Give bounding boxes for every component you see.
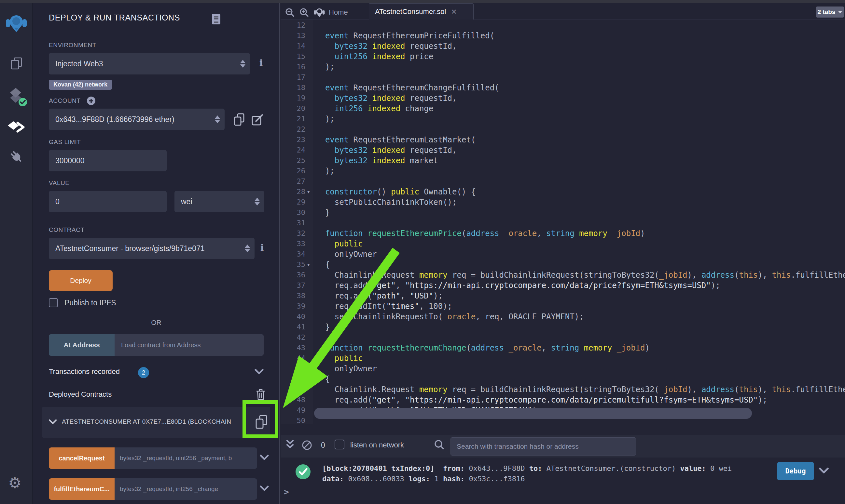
code-line: 24 bytes32 indexed requestId, bbox=[280, 145, 845, 156]
code-line: 47 Chainlink.Request memory req = buildC… bbox=[280, 384, 845, 395]
code-line: 29 setPublicChainlinkToken(); bbox=[280, 197, 845, 208]
deployed-contract-chevron-down-icon[interactable] bbox=[49, 419, 57, 425]
solidity-compiler-icon[interactable] bbox=[9, 88, 27, 107]
gas-limit-input[interactable] bbox=[49, 150, 167, 172]
gas-limit-label: GAS LIMIT bbox=[49, 139, 81, 146]
select-stepper-icon bbox=[215, 115, 220, 123]
code-line: 33 public bbox=[280, 239, 845, 249]
or-divider: OR bbox=[49, 319, 264, 326]
file-explorer-icon[interactable] bbox=[11, 57, 23, 70]
remix-logo bbox=[5, 13, 27, 33]
zoom-out-icon[interactable] bbox=[285, 8, 295, 18]
code-line: 22 bbox=[280, 124, 845, 134]
horizontal-scrollbar[interactable] bbox=[314, 408, 752, 419]
clear-console-icon[interactable] bbox=[301, 439, 312, 451]
plugin-manager-icon[interactable] bbox=[8, 149, 23, 164]
cancelrequest-params-input[interactable]: bytes32 _requestId, uint256 _payment, b bbox=[115, 447, 257, 469]
code-line: 13 event RequestEthereumPriceFulfilled( bbox=[280, 31, 845, 41]
code-line: 30 } bbox=[280, 208, 845, 218]
contract-select[interactable]: ATestnetConsumer - browser/gists/9b71e07… bbox=[49, 238, 255, 259]
code-line: 18 event RequestEthereumChangeFulfilled( bbox=[280, 83, 845, 93]
tx-expand-chevron-icon[interactable] bbox=[819, 468, 829, 474]
fulfillethereumchange-expand-chevron-icon[interactable] bbox=[260, 485, 269, 491]
listen-on-network-checkbox[interactable] bbox=[334, 439, 344, 449]
value-unit-select[interactable]: wei bbox=[174, 191, 264, 212]
code-line: 36 Chainlink.Request memory req = buildC… bbox=[280, 270, 845, 280]
contract-value: ATestnetConsumer - browser/gists/9b71e07… bbox=[55, 244, 205, 253]
code-line: 25 bytes32 indexed market bbox=[280, 156, 845, 166]
deployed-contract-title: ATESTNETCONSUMER AT 0X7E7...E80D1 (BLOCK… bbox=[62, 418, 240, 425]
doc-list-icon[interactable] bbox=[211, 14, 221, 25]
code-line: 48 req.add("get", "https://min-api.crypt… bbox=[280, 395, 845, 405]
tab-atestnetconsumer[interactable]: ATestnetConsumer.sol × bbox=[369, 3, 473, 19]
close-tab-icon[interactable]: × bbox=[451, 8, 456, 15]
code-line: 21 ); bbox=[280, 114, 845, 124]
terminal-search-input[interactable] bbox=[450, 437, 636, 455]
add-account-icon[interactable] bbox=[87, 96, 96, 105]
settings-gear-icon[interactable]: ⚙ bbox=[8, 474, 21, 492]
publish-ipfs-label: Publish to IPFS bbox=[65, 298, 116, 307]
environment-label: ENVIRONMENT bbox=[49, 42, 96, 49]
cancelrequest-function-button[interactable]: cancelRequest bbox=[49, 447, 115, 469]
window-top-strip bbox=[0, 0, 845, 3]
account-label: ACCOUNT bbox=[49, 97, 81, 104]
code-editor[interactable]: 1213 event RequestEthereumPriceFulfilled… bbox=[280, 19, 845, 424]
code-line: 17 bbox=[280, 72, 845, 83]
code-line: 43 function requestEthereumChange(addres… bbox=[280, 343, 845, 353]
code-line: 27 bbox=[280, 176, 845, 187]
contract-label: CONTRACT bbox=[49, 226, 85, 233]
code-line: 16 ); bbox=[280, 62, 845, 72]
editor-tabbar bbox=[280, 3, 845, 19]
value-input[interactable] bbox=[49, 191, 167, 212]
code-line: 38 req.add("path", "USD"); bbox=[280, 291, 845, 301]
code-line: 19 bytes32 indexed requestId, bbox=[280, 93, 845, 103]
code-line: 26 ); bbox=[280, 166, 845, 176]
code-line: 23 event RequestEthereumLastMarket( bbox=[280, 134, 845, 145]
code-line: 46▾ { bbox=[280, 374, 845, 384]
value-unit: wei bbox=[181, 197, 192, 206]
code-line: 41 } bbox=[280, 322, 845, 332]
environment-info-icon[interactable]: i bbox=[259, 58, 263, 68]
transactions-chevron-down-icon[interactable] bbox=[255, 369, 264, 375]
code-line: 14 bytes32 indexed requestId, bbox=[280, 41, 845, 51]
fulfillethereumchange-params-input[interactable]: bytes32 _requestId, int256 _change bbox=[115, 478, 257, 500]
pending-tx-count: 0 bbox=[321, 441, 325, 450]
trash-icon[interactable] bbox=[256, 388, 265, 401]
account-select[interactable]: 0x643...9F88D (1.666673996 ether) bbox=[49, 109, 225, 130]
at-address-button[interactable]: At Address bbox=[49, 334, 115, 356]
deploy-and-run-icon[interactable] bbox=[8, 121, 25, 133]
tx-log-line2: data: 0x608...60033 logs: 1 hash: 0x53c.… bbox=[322, 474, 525, 484]
select-stepper-icon bbox=[255, 198, 260, 205]
debug-button[interactable]: Debug bbox=[777, 462, 814, 480]
at-address-input[interactable] bbox=[115, 334, 264, 356]
deploy-button[interactable]: Deploy bbox=[49, 270, 113, 291]
search-icon bbox=[434, 439, 445, 450]
select-stepper-icon bbox=[245, 245, 250, 252]
transactions-count-badge: 2 bbox=[138, 367, 149, 378]
transactions-recorded-label: Transactions recorded bbox=[49, 367, 120, 376]
code-line: 31 bbox=[280, 218, 845, 228]
zoom-in-icon[interactable] bbox=[299, 8, 309, 18]
edit-account-icon[interactable] bbox=[252, 114, 264, 126]
tx-log-line1[interactable]: [block:20780401 txIndex:0] from: 0x643..… bbox=[322, 464, 732, 473]
code-line: 32 function requestEthereumPrice(address… bbox=[280, 228, 845, 239]
tabs-count-label: 2 tabs bbox=[818, 8, 835, 16]
code-line: 40 sendChainlinkRequestTo(_oracle, req, … bbox=[280, 311, 845, 322]
code-line: 20 int256 indexed change bbox=[280, 103, 845, 114]
code-line: 37 req.add("get", "https://min-api.crypt… bbox=[280, 280, 845, 291]
contract-info-icon[interactable]: i bbox=[260, 242, 264, 253]
code-line: 42 bbox=[280, 332, 845, 343]
copy-account-icon[interactable] bbox=[234, 113, 245, 126]
account-value: 0x643...9F88D (1.666673996 ether) bbox=[55, 115, 174, 124]
environment-select[interactable]: Injected Web3 bbox=[49, 53, 250, 74]
cancelrequest-expand-chevron-icon[interactable] bbox=[260, 454, 269, 461]
terminal-prompt[interactable]: > bbox=[284, 487, 289, 497]
code-line: 12 bbox=[280, 20, 845, 31]
deployed-contracts-label: Deployed Contracts bbox=[49, 390, 111, 399]
tabs-count-dropdown[interactable]: 2 tabs bbox=[816, 6, 844, 18]
publish-ipfs-checkbox[interactable] bbox=[49, 298, 58, 307]
fulfillethereumchange-function-button[interactable]: fulfillEthereumC... bbox=[49, 478, 115, 500]
tab-home[interactable]: Home bbox=[314, 7, 348, 18]
tab-active-label: ATestnetConsumer.sol bbox=[375, 7, 446, 16]
terminal-expand-double-chevron-icon[interactable] bbox=[286, 439, 294, 449]
